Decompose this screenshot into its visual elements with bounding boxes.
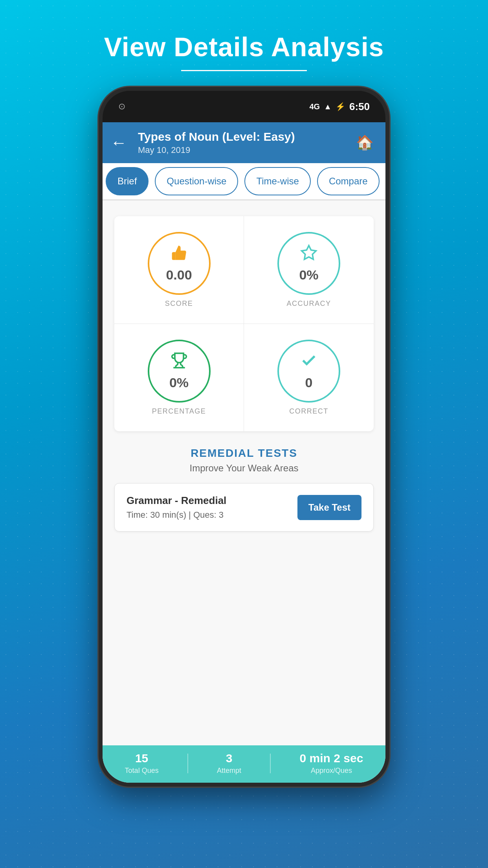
correct-circle: 0 [277, 340, 340, 403]
phone-side-vol1 [99, 201, 101, 232]
network-icon: 4G [309, 102, 320, 111]
phone-frame: ⊙ 4G ▲ ⚡ 6:50 ← Types of Noun (Level: Ea… [99, 87, 389, 787]
correct-label: CORRECT [289, 407, 328, 416]
take-test-button[interactable]: Take Test [297, 495, 361, 520]
bottom-stat-time: 0 min 2 sec Approx/Ques [300, 752, 363, 775]
main-scroll[interactable]: 0.00 SCORE 0% ACCURACY [103, 200, 385, 745]
bottom-divider-2 [270, 754, 271, 773]
signal-bars-icon: ▲ [324, 102, 332, 111]
time-display: 6:50 [349, 101, 370, 113]
correct-value: 0 [305, 375, 313, 390]
bottom-bar: 15 Total Ques 3 Attempt 0 min 2 sec Appr… [103, 745, 385, 783]
bottom-divider-1 [187, 754, 188, 773]
attempt-label: Attempt [217, 767, 241, 775]
percentage-circle: 0% [148, 340, 211, 403]
remedial-card: Grammar - Remedial Time: 30 min(s) | Que… [114, 483, 374, 531]
remedial-section: REMEDIAL TESTS Improve Your Weak Areas G… [103, 447, 385, 531]
remedial-info: Grammar - Remedial Time: 30 min(s) | Que… [127, 495, 226, 520]
score-value: 0.00 [166, 267, 192, 283]
screen-off-icon: ⊙ [118, 101, 125, 112]
score-label: SCORE [165, 300, 193, 308]
total-ques-label: Total Ques [125, 767, 159, 775]
percentage-value: 0% [169, 375, 189, 390]
tab-question-wise[interactable]: Question-wise [155, 167, 238, 195]
back-button[interactable]: ← [110, 133, 134, 152]
percentage-label: PERCENTAGE [152, 407, 206, 416]
accuracy-value: 0% [299, 267, 318, 283]
tabs-bar: Brief Question-wise Time-wise Compare [103, 163, 385, 200]
title-underline [181, 70, 307, 71]
bottom-stat-attempt: 3 Attempt [217, 752, 241, 775]
remedial-card-title: Grammar - Remedial [127, 495, 226, 507]
phone-side-power [387, 217, 389, 264]
phone-notch [205, 91, 283, 107]
remedial-title: REMEDIAL TESTS [114, 447, 374, 460]
quiz-date: May 10, 2019 [138, 145, 356, 155]
accuracy-cell: 0% ACCURACY [244, 216, 374, 324]
quiz-title: Types of Noun (Level: Easy) [138, 130, 356, 143]
score-cell: 0.00 SCORE [114, 216, 244, 324]
time-value: 0 min 2 sec [300, 752, 363, 765]
score-circle: 0.00 [148, 232, 211, 295]
battery-icon: ⚡ [336, 102, 345, 111]
tab-compare[interactable]: Compare [317, 167, 380, 195]
percentage-cell: 0% PERCENTAGE [114, 324, 244, 431]
page-title: View Details Analysis [104, 31, 384, 62]
status-left: ⊙ [118, 101, 125, 112]
svg-marker-0 [302, 246, 316, 259]
accuracy-label: ACCURACY [286, 300, 331, 308]
remedial-card-details: Time: 30 min(s) | Ques: 3 [127, 510, 226, 520]
header-title-section: Types of Noun (Level: Easy) May 10, 2019 [134, 130, 356, 155]
status-bar: ⊙ 4G ▲ ⚡ 6:50 [103, 91, 385, 122]
app-header: ← Types of Noun (Level: Easy) May 10, 20… [103, 122, 385, 163]
status-right: 4G ▲ ⚡ 6:50 [309, 101, 370, 113]
app-content: ← Types of Noun (Level: Easy) May 10, 20… [103, 122, 385, 783]
trophy-icon [171, 352, 188, 373]
stats-grid: 0.00 SCORE 0% ACCURACY [114, 216, 374, 431]
correct-cell: 0 CORRECT [244, 324, 374, 431]
check-icon [300, 352, 317, 373]
attempt-value: 3 [226, 752, 233, 765]
phone-side-vol2 [99, 240, 101, 272]
bottom-stat-total: 15 Total Ques [125, 752, 159, 775]
star-icon [300, 244, 317, 265]
tab-brief[interactable]: Brief [106, 167, 149, 195]
thumbs-up-icon [171, 244, 188, 265]
accuracy-circle: 0% [277, 232, 340, 295]
remedial-subtitle: Improve Your Weak Areas [114, 463, 374, 474]
tab-time-wise[interactable]: Time-wise [244, 167, 310, 195]
home-button[interactable]: 🏠 [356, 134, 374, 151]
time-label: Approx/Ques [311, 767, 352, 775]
total-ques-value: 15 [135, 752, 148, 765]
